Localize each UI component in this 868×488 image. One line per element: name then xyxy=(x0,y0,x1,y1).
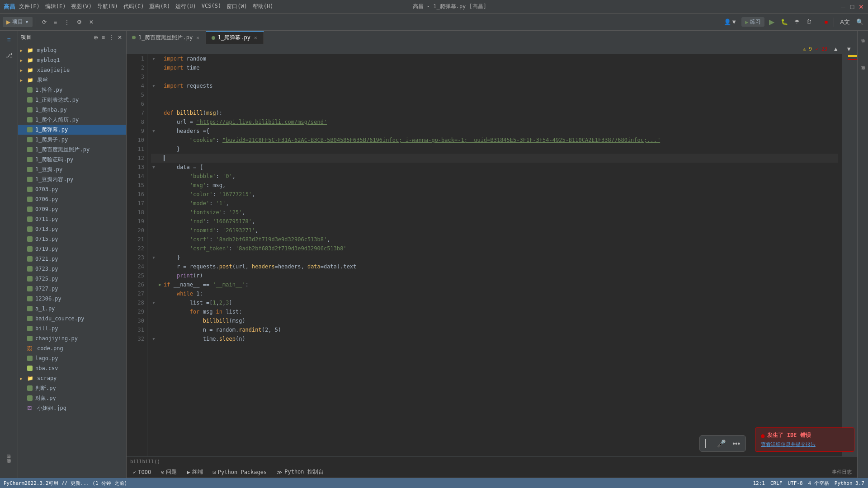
run-gutter-26[interactable]: ▶ xyxy=(156,280,164,289)
menu-edit[interactable]: 编辑(E) xyxy=(45,3,66,10)
fold-indicator-23[interactable]: ▼ xyxy=(151,253,156,262)
bookmarks-label[interactable]: 书签 xyxy=(6,460,12,464)
favorites-label[interactable]: 收藏夹 xyxy=(6,465,12,468)
project-icon-button[interactable]: ≡ xyxy=(2,33,16,47)
project-button[interactable]: ▶ 项目 ▼ xyxy=(3,17,33,27)
tree-item-0711-py[interactable]: 0711.py xyxy=(18,214,126,224)
vertical-scrollbar[interactable] xyxy=(842,54,848,456)
tree-item-0703-py[interactable]: 0703.py xyxy=(18,184,126,194)
tab-terminal[interactable]: ▶ 终端 xyxy=(182,467,207,478)
tree-item-myblog[interactable]: ▶📁myblog xyxy=(18,45,126,55)
tree-item-0723-py[interactable]: 0723.py xyxy=(18,264,126,274)
git-icon-button[interactable]: ⎇ xyxy=(2,48,16,62)
run-button[interactable]: ▶ xyxy=(767,17,776,27)
translate-button[interactable]: A文 xyxy=(838,17,852,27)
python-version[interactable]: Python 3.7 xyxy=(835,480,864,486)
search-button[interactable]: 🔍 xyxy=(854,18,865,26)
tree-item-a-1-py[interactable]: a_1.py xyxy=(18,304,126,314)
debug-button[interactable]: 🐛 xyxy=(779,18,790,26)
close-panel-button[interactable]: ✕ xyxy=(86,18,96,27)
menu-run[interactable]: 运行(U) xyxy=(175,3,196,10)
tab-python-console[interactable]: ≫ Python 控制台 xyxy=(272,467,328,478)
close-button[interactable]: ✕ xyxy=(858,4,864,10)
fold-indicator-32[interactable]: ▼ xyxy=(151,334,156,343)
tree-item-12306-py[interactable]: 12306.py xyxy=(18,294,126,304)
tree-item----py[interactable]: 对象.py xyxy=(18,393,126,403)
menu-view[interactable]: 视图(V) xyxy=(71,3,92,10)
menu-vcs[interactable]: VCS(S) xyxy=(202,3,221,10)
tab-active[interactable]: 1_爬弹幕.py ✕ xyxy=(206,31,264,44)
tree-item-0709-py[interactable]: 0709.py xyxy=(18,204,126,214)
profile-button[interactable]: ⏱ xyxy=(804,18,814,26)
scroll-up-button[interactable]: ▲ xyxy=(831,45,840,53)
tab-todo[interactable]: ✓ TODO xyxy=(128,467,156,478)
error-link-text[interactable]: 查看详细信息并提交报告 xyxy=(761,441,816,447)
tree-item-baidu-cource-py[interactable]: baidu_cource.py xyxy=(18,314,126,324)
tree-item-0715-py[interactable]: 0715.py xyxy=(18,234,126,244)
tree-item-myblog1[interactable]: ▶📁myblog1 xyxy=(18,55,126,65)
tree-item-1------py[interactable]: 1_爬验证码.py xyxy=(18,155,126,164)
stop-button[interactable]: ■ xyxy=(822,18,830,26)
cursor-position[interactable]: 12:1 xyxy=(753,480,765,486)
tree-item-0706-py[interactable]: 0706.py xyxy=(18,194,126,204)
fold-indicator-13[interactable]: ▼ xyxy=(151,163,156,172)
tree-settings-button[interactable]: ⋮ xyxy=(107,33,115,42)
tree-item-1-----py[interactable]: 1_爬弹幕.py xyxy=(18,125,126,135)
user-button[interactable]: 👤▼ xyxy=(722,18,739,26)
tab-inactive[interactable]: 1_爬百度黑丝照片.py ✕ xyxy=(127,31,206,44)
tree-item----py[interactable]: 判断.py xyxy=(18,383,126,393)
tree-item-code-png[interactable]: 🖼code.png xyxy=(18,343,126,353)
minimize-button[interactable]: ─ xyxy=(840,4,846,10)
voice-mic-button[interactable]: 🎤 xyxy=(716,438,727,449)
tab-python-packages[interactable]: ⊡ Python Packages xyxy=(208,467,272,478)
line-ending[interactable]: CRLF xyxy=(770,480,783,486)
tree-item-1-------py[interactable]: 1_爬个人简历.py xyxy=(18,115,126,125)
file-encoding[interactable]: UTF-8 xyxy=(788,480,802,486)
tree-item-0719-py[interactable]: 0719.py xyxy=(18,244,126,254)
scroll-down-button[interactable]: ▼ xyxy=(844,45,854,53)
error-link[interactable]: 查看详细信息并提交报告 xyxy=(761,441,849,448)
expand-button[interactable]: ⋮ xyxy=(61,18,72,27)
voice-more-button[interactable]: ••• xyxy=(731,439,741,449)
tree-item-0725-py[interactable]: 0725.py xyxy=(18,274,126,284)
tree-item-1---------py[interactable]: 1_爬百度黑丝照片.py xyxy=(18,145,126,155)
tree-item-bill-py[interactable]: bill.py xyxy=(18,324,126,333)
coverage-button[interactable]: ☂ xyxy=(793,18,802,26)
settings-button[interactable]: ⚙ xyxy=(74,18,85,27)
menu-window[interactable]: 窗口(W) xyxy=(226,3,247,10)
tree-item-1----py[interactable]: 1.抖音.py xyxy=(18,85,126,95)
tree-item-0721-py[interactable]: 0721.py xyxy=(18,254,126,264)
fold-indicator-9[interactable]: ▼ xyxy=(151,127,156,136)
new-file-button[interactable]: ⊕ xyxy=(92,33,99,42)
tree-item-----jpg[interactable]: 🖼小姐姐.jpg xyxy=(18,403,126,413)
tree-item-1------py[interactable]: 1_豆瓣内容.py xyxy=(18,174,126,184)
code-area[interactable]: ▼import randomimport time▼import request… xyxy=(147,54,842,456)
tab-inactive-close[interactable]: ✕ xyxy=(195,34,200,41)
tree-item-xiaojiejie[interactable]: ▶📁xiaojiejie xyxy=(18,65,126,75)
tree-item-1----py[interactable]: 1_豆瓣.py xyxy=(18,164,126,174)
tree-item-chaojiying-py[interactable]: chaojiying.py xyxy=(18,333,126,343)
sync-button[interactable]: ⟳ xyxy=(39,18,49,27)
maximize-button[interactable]: □ xyxy=(849,4,855,10)
fold-indicator-1[interactable]: ▼ xyxy=(151,54,156,63)
tree-item-0713-py[interactable]: 0713.py xyxy=(18,224,126,234)
tree-item---[interactable]: ▶📁果丝 xyxy=(18,75,126,85)
tree-item-1-------py[interactable]: 1_正则表达式.py xyxy=(18,95,126,105)
menu-refactor[interactable]: 重构(R) xyxy=(149,3,170,10)
menu-help[interactable]: 帮助(H) xyxy=(253,3,274,10)
menu-nav[interactable]: 导航(N) xyxy=(97,3,118,10)
collapse-all-button[interactable]: ≡ xyxy=(51,18,60,27)
indent-info[interactable]: 4 个空格 xyxy=(808,480,829,487)
tree-item-1--nba-py[interactable]: 1_爬nba.py xyxy=(18,105,126,115)
fold-indicator-4[interactable]: ▼ xyxy=(151,81,156,90)
tab-active-close[interactable]: ✕ xyxy=(253,34,258,41)
tree-item-lago-py[interactable]: lago.py xyxy=(18,353,126,363)
event-log-label[interactable]: 事件日志 xyxy=(832,469,852,475)
fold-indicator-28[interactable]: ▼ xyxy=(151,298,156,307)
menu-code[interactable]: 代码(C) xyxy=(123,3,144,10)
menu-file[interactable]: 文件(F) xyxy=(19,3,40,10)
tree-item-nba-csv[interactable]: nba.csv xyxy=(18,363,126,373)
collapse-tree-button[interactable]: ≡ xyxy=(100,33,106,42)
close-tree-button[interactable]: ✕ xyxy=(116,33,123,42)
tree-item-1-----py[interactable]: 1_爬房子.py xyxy=(18,135,126,145)
